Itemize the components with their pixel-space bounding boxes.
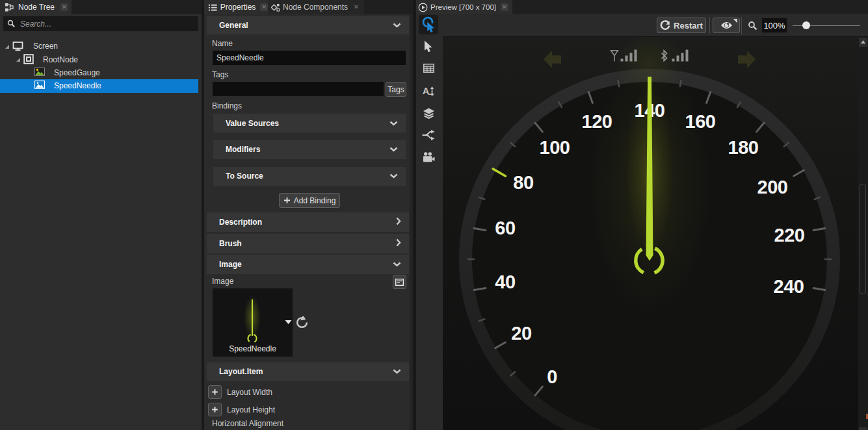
svg-text:180: 180 bbox=[728, 137, 759, 158]
svg-text:200: 200 bbox=[757, 177, 788, 197]
svg-text:0: 0 bbox=[547, 366, 557, 387]
svg-text:20: 20 bbox=[511, 323, 531, 344]
svg-text:240: 240 bbox=[774, 276, 804, 297]
svg-text:160: 160 bbox=[685, 111, 716, 132]
svg-text:120: 120 bbox=[582, 111, 612, 132]
svg-text:60: 60 bbox=[495, 218, 515, 238]
svg-text:100: 100 bbox=[540, 137, 570, 158]
svg-text:80: 80 bbox=[513, 172, 533, 193]
svg-text:220: 220 bbox=[774, 225, 805, 246]
svg-text:40: 40 bbox=[495, 272, 515, 292]
